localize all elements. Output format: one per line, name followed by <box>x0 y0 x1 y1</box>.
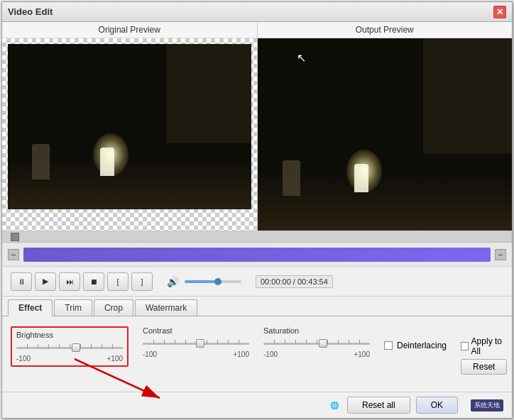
output-preview-label: Output Preview <box>258 22 513 38</box>
scene-wall <box>166 44 251 143</box>
output-video-frame: ↖ <box>258 38 513 231</box>
controls-area: ⏸ ▶ ⏭ ⏹ [ ] 🔊 00:00:00 / 00:43:54 <box>2 267 512 297</box>
bottom-bar: 🌐 Reset all OK 系统天地 <box>2 392 512 418</box>
saturation-track <box>263 343 370 345</box>
play-icon: ▶ <box>43 277 48 286</box>
original-preview-panel: Original Preview <box>2 22 258 231</box>
mark-in-icon: [ <box>116 277 119 286</box>
output-scene-wall <box>423 38 512 154</box>
saturation-label: Saturation <box>263 326 370 335</box>
volume-slider[interactable] <box>185 280 241 283</box>
timeline-thumb[interactable] <box>11 233 19 241</box>
output-preview-panel: Output Preview ↖ <box>258 22 513 231</box>
video-edit-window: Video Edit ✕ Original Preview <box>1 1 513 419</box>
timeline-scrollbar[interactable] <box>2 231 512 243</box>
stop-button[interactable]: ⏹ <box>83 272 104 291</box>
deinterlacing-group: Deinterlacing <box>384 341 447 350</box>
timeline-track-inner <box>23 248 491 262</box>
brightness-group: Brightness <box>11 326 128 367</box>
reset-all-button[interactable]: Reset all <box>347 397 410 414</box>
output-preview-video: ↖ <box>258 38 513 231</box>
brightness-thumb[interactable] <box>72 343 80 352</box>
window-title: Video Edit <box>8 6 53 17</box>
scene-content-original <box>8 44 251 209</box>
mark-in-button[interactable]: [ <box>107 272 128 291</box>
mouse-cursor: ↖ <box>297 51 306 65</box>
brightness-range: -100 +100 <box>16 355 123 363</box>
step-forward-button[interactable]: ⏭ <box>59 272 80 291</box>
step-icon: ⏭ <box>66 277 74 286</box>
contrast-thumb[interactable] <box>196 339 204 348</box>
stop-icon: ⏹ <box>90 277 98 286</box>
site-watermark: 系统天地 <box>471 399 503 411</box>
contrast-group: Contrast -1 <box>143 326 249 358</box>
tab-crop[interactable]: Crop <box>94 299 133 316</box>
tabs-area: Effect Trim Crop Watermark <box>2 297 512 316</box>
original-preview-label: Original Preview <box>2 22 257 38</box>
deinterlacing-checkbox[interactable] <box>384 341 393 350</box>
volume-fill <box>185 280 216 283</box>
saturation-thumb[interactable] <box>319 339 327 348</box>
volume-icon: 🔊 <box>167 276 179 287</box>
contrast-track <box>143 343 249 345</box>
saturation-group: Saturation <box>263 326 370 358</box>
apply-to-all-row: Apply to All <box>461 336 507 356</box>
timeline-area: ↔ ↔ <box>2 231 512 267</box>
original-preview-video <box>2 38 257 231</box>
scene-content-output: ↖ <box>258 38 513 231</box>
scene-figure <box>100 148 114 176</box>
pause-button[interactable]: ⏸ <box>11 272 32 291</box>
volume-thumb[interactable] <box>214 278 222 285</box>
reset-button[interactable]: Reset <box>461 359 507 375</box>
play-button[interactable]: ▶ <box>35 272 56 291</box>
time-display: 00:00:00 / 00:43:54 <box>256 275 333 288</box>
tab-trim[interactable]: Trim <box>54 299 92 316</box>
contrast-range: -100 +100 <box>143 350 249 358</box>
brightness-slider[interactable] <box>16 342 123 353</box>
saturation-slider[interactable] <box>263 338 370 349</box>
watermark-text: 🌐 <box>330 402 339 409</box>
apply-to-all-checkbox[interactable] <box>461 342 469 350</box>
apply-to-all-label: Apply to All <box>471 336 508 356</box>
apply-group: Apply to All Reset <box>461 336 507 375</box>
mark-out-button[interactable]: ] <box>131 272 153 291</box>
scene-left-figure <box>32 144 50 179</box>
original-video-frame <box>8 44 251 209</box>
saturation-range: -100 +100 <box>263 350 370 358</box>
close-button[interactable]: ✕ <box>493 6 506 18</box>
timeline-track[interactable]: ↔ ↔ <box>2 243 512 266</box>
brightness-track <box>16 347 123 349</box>
contrast-label: Contrast <box>143 326 249 335</box>
timeline-right-icon[interactable]: ↔ <box>495 249 506 260</box>
sliders-row: Brightness <box>11 326 503 375</box>
ok-button[interactable]: OK <box>416 397 458 414</box>
brightness-label: Brightness <box>16 331 123 339</box>
watermark-area: 🌐 <box>330 400 339 410</box>
preview-area: Original Preview Output Preview <box>2 22 512 231</box>
mark-out-icon: ] <box>141 277 143 286</box>
output-scene-figure <box>354 164 368 192</box>
timeline-left-icon[interactable]: ↔ <box>8 249 19 260</box>
tab-watermark[interactable]: Watermark <box>135 299 197 316</box>
tab-effect[interactable]: Effect <box>8 299 53 316</box>
contrast-slider[interactable] <box>143 338 249 349</box>
deinterlacing-label: Deinterlacing <box>397 341 447 350</box>
effect-panel: Brightness <box>2 316 512 392</box>
output-scene-left-figure <box>283 160 300 196</box>
title-bar: Video Edit ✕ <box>2 2 512 22</box>
pause-icon: ⏸ <box>18 277 26 286</box>
